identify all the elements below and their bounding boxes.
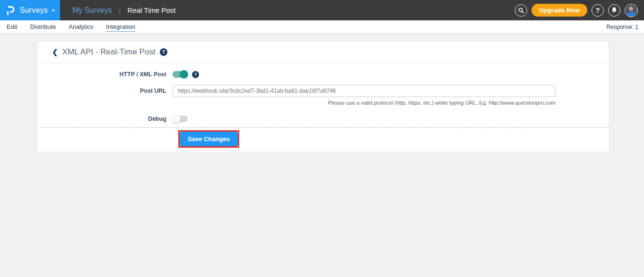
debug-toggle[interactable] bbox=[173, 116, 188, 122]
questionpro-logo-icon bbox=[6, 4, 16, 17]
card-header: ❮ XML API - Real-Time Post ? bbox=[38, 42, 609, 63]
topbar-actions: Upgrade Now ? bbox=[515, 4, 644, 17]
upgrade-now-button[interactable]: Upgrade Now bbox=[531, 4, 587, 17]
page-title: XML API - Real-Time Post bbox=[62, 47, 156, 57]
integration-settings-card: ❮ XML API - Real-Time Post ? HTTP / XML … bbox=[38, 42, 609, 152]
toggle-knob bbox=[172, 115, 181, 123]
debug-label: Debug bbox=[38, 116, 173, 122]
save-changes-button[interactable]: Save Changes bbox=[180, 132, 238, 146]
breadcrumb-current-page: Real Time Post bbox=[128, 6, 176, 14]
post-url-input[interactable] bbox=[173, 85, 556, 97]
response-count: Response: 1 bbox=[607, 24, 638, 30]
http-xml-post-row: HTTP / XML Post ? bbox=[38, 70, 609, 79]
http-xml-post-toggle[interactable] bbox=[173, 71, 188, 78]
breadcrumb: My Surveys › Real Time Post bbox=[72, 6, 175, 15]
help-icon: ? bbox=[596, 7, 600, 14]
breadcrumb-my-surveys[interactable]: My Surveys bbox=[72, 6, 112, 15]
chevron-down-icon: ▾ bbox=[52, 8, 54, 13]
user-avatar[interactable] bbox=[625, 4, 638, 17]
top-navigation-bar: Surveys ▾ My Surveys › Real Time Post Up… bbox=[0, 0, 644, 20]
tab-distribute[interactable]: Distribute bbox=[30, 23, 56, 30]
toggle-knob bbox=[180, 70, 188, 79]
tab-analytics[interactable]: Analytics bbox=[69, 23, 93, 30]
bell-icon bbox=[611, 7, 618, 14]
tab-edit[interactable]: Edit bbox=[7, 23, 17, 30]
avatar-photo bbox=[625, 4, 637, 16]
http-xml-post-label: HTTP / XML Post bbox=[38, 71, 173, 78]
survey-tab-bar: Edit Distribute Analytics Integration Re… bbox=[0, 20, 644, 34]
post-url-label: Post URL bbox=[38, 88, 173, 94]
breadcrumb-separator-icon: › bbox=[119, 6, 121, 14]
debug-row: Debug bbox=[38, 115, 609, 123]
notifications-button[interactable] bbox=[608, 4, 620, 17]
app-name: Surveys bbox=[20, 6, 48, 15]
post-url-helper-text: Please use a valid protocol (http, https… bbox=[173, 100, 556, 106]
section-divider bbox=[38, 127, 609, 128]
back-icon[interactable]: ❮ bbox=[52, 48, 58, 56]
help-button[interactable]: ? bbox=[592, 4, 604, 17]
post-url-row: Post URL bbox=[38, 85, 609, 97]
post-url-helper-row: Please use a valid protocol (http, https… bbox=[38, 100, 609, 106]
tab-integration[interactable]: Integration bbox=[106, 23, 135, 30]
http-xml-post-help-icon[interactable]: ? bbox=[192, 71, 199, 78]
title-help-icon[interactable]: ? bbox=[160, 48, 167, 56]
save-button-highlight-annotation: Save Changes bbox=[178, 130, 239, 148]
search-button[interactable] bbox=[515, 4, 527, 17]
search-icon bbox=[518, 7, 524, 14]
surveys-menu-button[interactable]: Surveys ▾ bbox=[0, 0, 60, 20]
